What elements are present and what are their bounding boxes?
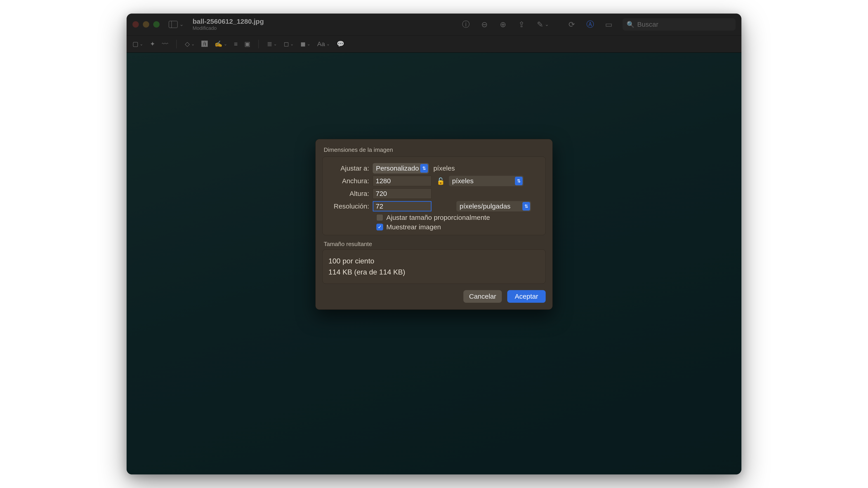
height-label: Altura: xyxy=(328,190,373,197)
preview-window: ⌄ ball-2560612_1280.jpg Modificado ⓘ ⊖ ⊕… xyxy=(127,13,741,475)
fit-unit-label: píxeles xyxy=(433,164,455,172)
resolution-input[interactable] xyxy=(373,201,432,212)
image-dimensions-dialog: Dimensiones de la imagen Ajustar a: Pers… xyxy=(315,139,553,310)
resolution-unit-select[interactable]: píxeles/pulgadas ⇅ xyxy=(456,201,531,212)
result-size: 114 KB (era de 114 KB) xyxy=(329,268,539,276)
fit-select[interactable]: Personalizado ⇅ xyxy=(373,163,429,173)
dimensions-group: Ajustar a: Personalizado ⇅ píxeles Anchu… xyxy=(322,157,546,235)
width-input[interactable] xyxy=(373,176,432,186)
ok-button[interactable]: Aceptar xyxy=(507,290,546,303)
stepper-arrows-icon: ⇅ xyxy=(522,202,530,210)
dimension-unit-value: píxeles xyxy=(452,177,473,185)
dialog-buttons: Cancelar Aceptar xyxy=(322,290,546,303)
resolution-label: Resolución: xyxy=(328,202,373,210)
scale-proportionally-checkbox[interactable] xyxy=(376,214,383,221)
result-heading: Tamaño resultante xyxy=(324,240,546,248)
stepper-arrows-icon: ⇅ xyxy=(420,164,428,173)
resolution-unit-value: píxeles/pulgadas xyxy=(460,202,510,210)
scale-proportionally-label: Ajustar tamaño proporcionalmente xyxy=(386,214,490,221)
dialog-title: Dimensiones de la imagen xyxy=(324,147,546,153)
width-label: Anchura: xyxy=(328,177,373,185)
dimension-unit-select[interactable]: píxeles ⇅ xyxy=(449,176,524,186)
resample-image-label: Muestrear imagen xyxy=(386,223,441,231)
unlock-icon[interactable]: 🔓 xyxy=(436,177,445,185)
fit-select-value: Personalizado xyxy=(376,164,419,172)
stepper-arrows-icon: ⇅ xyxy=(515,177,523,185)
height-input[interactable] xyxy=(373,188,432,199)
result-percent: 100 por ciento xyxy=(329,257,539,265)
cancel-button[interactable]: Cancelar xyxy=(463,290,502,303)
resample-image-checkbox[interactable]: ✓ xyxy=(376,224,383,230)
result-group: 100 por ciento 114 KB (era de 114 KB) xyxy=(322,250,546,284)
fit-label: Ajustar a: xyxy=(328,164,373,172)
